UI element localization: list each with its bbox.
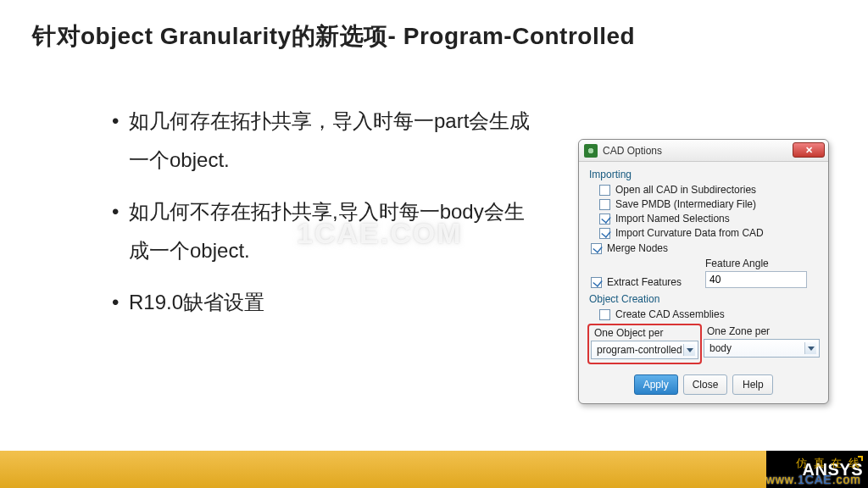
checkbox-row-create-assemblies[interactable]: Create CAD Assemblies	[599, 308, 820, 320]
close-icon: ✕	[805, 145, 813, 156]
site-name-cn: 仿 真 在 线	[796, 456, 861, 471]
dialog-title: CAD Options	[603, 145, 662, 157]
checkbox-open-subdirs[interactable]	[599, 185, 610, 196]
one-zone-per-label: One Zone per	[707, 325, 820, 337]
help-button[interactable]: Help	[732, 374, 773, 395]
section-importing: Importing	[589, 169, 820, 180]
one-object-per-select[interactable]: program-controlled	[591, 341, 698, 359]
checkbox-create-assemblies[interactable]	[599, 309, 610, 320]
select-value: program-controlled	[597, 344, 682, 356]
checkbox-row-named-selections[interactable]: Import Named Selections	[599, 213, 820, 225]
cad-options-dialog: CAD Options ✕ Importing Open all CAD in …	[578, 139, 829, 404]
checkbox-label: Create CAD Assemblies	[615, 308, 725, 320]
section-object-creation: Object Creation	[589, 293, 820, 305]
bullet-list: 如几何存在拓扑共享，导入时每一part会生成一个object. 如几何不存在拓扑…	[78, 102, 536, 336]
checkbox-save-pmdb[interactable]	[599, 199, 610, 210]
checkbox-label: Save PMDB (Intermediary File)	[615, 198, 756, 210]
checkbox-label: Merge Nodes	[607, 242, 668, 254]
select-value: body	[709, 342, 732, 354]
site-url-prefix: www.	[766, 473, 798, 486]
dialog-titlebar[interactable]: CAD Options ✕	[579, 140, 828, 162]
feature-angle-input[interactable]	[705, 271, 807, 288]
chevron-down-icon	[683, 344, 695, 356]
close-button[interactable]: ✕	[793, 142, 825, 158]
site-url-suffix: .com	[832, 473, 861, 486]
checkbox-row-open-subdirs[interactable]: Open all CAD in Subdirectories	[599, 184, 820, 196]
checkbox-row-merge-nodes[interactable]: Merge Nodes	[591, 242, 820, 254]
footer-accent	[0, 451, 766, 488]
dialog-app-icon	[584, 144, 598, 158]
checkbox-extract-features[interactable]	[591, 277, 602, 288]
highlight-box: One Object per program-controlled	[587, 324, 702, 364]
bullet-item: 如几何存在拓扑共享，导入时每一part会生成一个object.	[112, 102, 536, 179]
checkbox-label: Open all CAD in Subdirectories	[615, 184, 756, 196]
one-object-per-label: One Object per	[594, 327, 698, 339]
checkbox-label: Import Curvature Data from CAD	[615, 227, 764, 239]
apply-button[interactable]: Apply	[634, 374, 678, 395]
slide-title: 针对object Granularity的新选项- Program-Contro…	[32, 20, 635, 53]
site-url-domain: 1CAE	[798, 473, 832, 486]
checkbox-row-curvature-data[interactable]: Import Curvature Data from CAD	[599, 227, 820, 239]
bullet-item: 如几何不存在拓扑共享,导入时每一body会生成一个object.	[112, 192, 536, 269]
checkbox-label: Extract Features	[607, 276, 682, 288]
checkbox-named-selections[interactable]	[599, 214, 610, 225]
checkbox-label: Import Named Selections	[615, 213, 730, 225]
site-url: www.1CAE.com	[766, 473, 861, 486]
footer-bar: ANSYS	[0, 451, 868, 488]
checkbox-merge-nodes[interactable]	[591, 243, 602, 254]
feature-angle-label: Feature Angle	[705, 258, 807, 269]
chevron-down-icon	[804, 342, 816, 354]
checkbox-curvature-data[interactable]	[599, 228, 610, 239]
bullet-item: R19.0缺省设置	[112, 283, 536, 322]
one-zone-per-select[interactable]: body	[704, 339, 820, 358]
checkbox-row-save-pmdb[interactable]: Save PMDB (Intermediary File)	[599, 198, 820, 210]
checkbox-row-extract-features[interactable]: Extract Features	[591, 276, 682, 288]
close-dialog-button[interactable]: Close	[683, 374, 728, 395]
